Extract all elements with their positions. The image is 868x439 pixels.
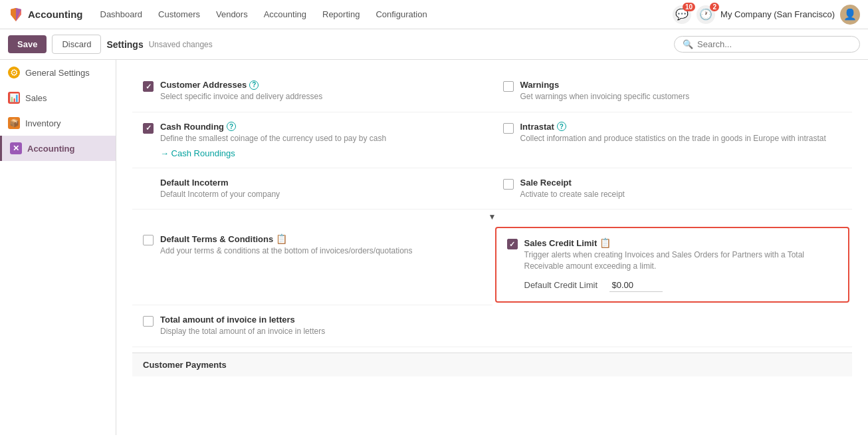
setting-title-warnings: Warnings bbox=[520, 80, 842, 90]
checkbox-default-terms[interactable] bbox=[143, 235, 154, 245]
sheet-icon-default-terms: 📋 bbox=[276, 233, 287, 244]
setting-title-intrastat: Intrastat ? bbox=[520, 122, 842, 132]
sidebar-label-sales: Sales bbox=[25, 93, 47, 103]
sidebar-label-inventory: Inventory bbox=[25, 118, 60, 128]
messages-count: 10 bbox=[683, 3, 695, 11]
setting-desc-default-terms: Add your terms & conditions at the botto… bbox=[160, 245, 482, 257]
top-nav: Accounting Dashboard Customers Vendors A… bbox=[0, 0, 868, 29]
setting-title-sale-receipt: Sale Receipt bbox=[520, 178, 842, 188]
messages-button[interactable]: 💬 10 bbox=[673, 5, 691, 24]
nav-icons: 💬 10 🕐 2 My Company (San Francisco) 👤 bbox=[673, 5, 860, 25]
sidebar-label-general: General Settings bbox=[25, 68, 90, 78]
search-box[interactable]: 🔍 bbox=[674, 36, 860, 53]
setting-desc-incoterm: Default Incoterm of your company bbox=[160, 189, 482, 200]
save-button[interactable]: Save bbox=[8, 35, 47, 53]
sidebar: ⚙ General Settings 📊 Sales 📦 Inventory ✕… bbox=[0, 60, 116, 435]
checkbox-warnings[interactable] bbox=[503, 81, 514, 92]
user-avatar[interactable]: 👤 bbox=[840, 5, 860, 25]
sidebar-item-accounting[interactable]: ✕ Accounting bbox=[0, 136, 116, 161]
alerts-count: 2 bbox=[710, 3, 719, 11]
setting-title-customer-addresses: Customer Addresses ? bbox=[160, 80, 482, 90]
general-settings-icon: ⚙ bbox=[8, 67, 20, 78]
sidebar-item-inventory[interactable]: 📦 Inventory bbox=[0, 110, 116, 136]
setting-default-terms: Default Terms & Conditions 📋 Add your te… bbox=[132, 224, 492, 305]
setting-warnings: Warnings Get warnings when invoicing spe… bbox=[492, 71, 853, 112]
checkbox-total-amount-letters[interactable] bbox=[143, 316, 154, 327]
settings-grid-2: Default Terms & Conditions 📋 Add your te… bbox=[132, 224, 852, 347]
brand-logo-icon bbox=[8, 7, 24, 23]
credit-limit-value[interactable]: $0.00 bbox=[609, 279, 663, 292]
setting-intrastat: Intrastat ? Collect information and prod… bbox=[492, 112, 853, 168]
setting-desc-total-amount-letters: Display the total amount of an invoice i… bbox=[160, 326, 482, 337]
toolbar: Save Discard Settings Unsaved changes 🔍 bbox=[0, 29, 868, 60]
credit-limit-label: Default Credit Limit bbox=[524, 280, 604, 290]
cash-roundings-link[interactable]: → Cash Roundings bbox=[160, 148, 235, 158]
sidebar-item-sales[interactable]: 📊 Sales bbox=[0, 85, 116, 110]
setting-total-amount-letters: Total amount of invoice in letters Displ… bbox=[132, 305, 492, 347]
nav-vendors[interactable]: Vendors bbox=[209, 7, 255, 22]
brand[interactable]: Accounting bbox=[8, 7, 83, 23]
discard-button[interactable]: Discard bbox=[52, 35, 101, 54]
sidebar-item-general[interactable]: ⚙ General Settings bbox=[0, 60, 116, 85]
help-icon-cash-rounding[interactable]: ? bbox=[227, 122, 236, 131]
sales-icon: 📊 bbox=[8, 92, 20, 104]
settings-grid: Customer Addresses ? Select specific inv… bbox=[132, 71, 852, 210]
alerts-button[interactable]: 🕐 2 bbox=[697, 5, 715, 24]
sheet-icon-sales-credit-limit: 📋 bbox=[599, 237, 611, 248]
help-icon-intrastat[interactable]: ? bbox=[557, 122, 566, 131]
checkbox-customer-addresses[interactable] bbox=[143, 81, 154, 92]
setting-title-sales-credit-limit: Sales Credit Limit 📋 bbox=[524, 237, 838, 248]
setting-title-incoterm: Default Incoterm bbox=[160, 178, 482, 188]
setting-cash-rounding: Cash Rounding ? Define the smallest coin… bbox=[132, 112, 492, 168]
main-layout: ⚙ General Settings 📊 Sales 📦 Inventory ✕… bbox=[0, 60, 868, 435]
setting-title-total-amount-letters: Total amount of invoice in letters bbox=[160, 315, 482, 325]
setting-default-incoterm: Default Incoterm Default Incoterm of you… bbox=[132, 168, 492, 210]
content-area: Customer Addresses ? Select specific inv… bbox=[116, 60, 868, 435]
setting-placeholder bbox=[492, 305, 853, 347]
setting-title-cash-rounding: Cash Rounding ? bbox=[160, 122, 482, 132]
nav-dashboard[interactable]: Dashboard bbox=[94, 7, 150, 22]
nav-configuration[interactable]: Configuration bbox=[369, 7, 433, 22]
company-label[interactable]: My Company (San Francisco) bbox=[720, 9, 835, 19]
setting-desc-warnings: Get warnings when invoicing specific cus… bbox=[520, 91, 842, 102]
setting-title-default-terms: Default Terms & Conditions 📋 bbox=[160, 233, 482, 244]
checkbox-cash-rounding[interactable] bbox=[143, 123, 154, 134]
nav-reporting[interactable]: Reporting bbox=[316, 7, 366, 22]
setting-desc-sales-credit-limit: Trigger alerts when creating Invoices an… bbox=[524, 249, 838, 272]
collapse-arrow[interactable]: ▼ bbox=[132, 210, 852, 224]
settings-label: Settings bbox=[106, 39, 143, 50]
inventory-icon: 📦 bbox=[8, 117, 20, 129]
setting-sale-receipt: Sale Receipt Activate to create sale rec… bbox=[492, 168, 853, 210]
nav-accounting[interactable]: Accounting bbox=[257, 7, 313, 22]
search-icon: 🔍 bbox=[683, 39, 693, 49]
setting-customer-addresses: Customer Addresses ? Select specific inv… bbox=[132, 71, 492, 112]
setting-desc-cash-rounding: Define the smallest coinage of the curre… bbox=[160, 133, 482, 144]
customer-payments-section: Customer Payments bbox=[132, 353, 852, 376]
checkbox-sales-credit-limit[interactable] bbox=[507, 239, 518, 249]
credit-limit-row: Default Credit Limit $0.00 bbox=[524, 279, 838, 292]
sidebar-label-accounting: Accounting bbox=[27, 144, 75, 154]
brand-name: Accounting bbox=[28, 9, 83, 20]
checkbox-sale-receipt[interactable] bbox=[503, 179, 514, 190]
unsaved-changes-label: Unsaved changes bbox=[149, 40, 213, 49]
checkbox-intrastat[interactable] bbox=[503, 123, 514, 134]
accounting-icon: ✕ bbox=[10, 142, 22, 154]
setting-desc-sale-receipt: Activate to create sale receipt bbox=[520, 189, 842, 200]
setting-sales-credit-limit: Sales Credit Limit 📋 Trigger alerts when… bbox=[495, 227, 850, 303]
nav-customers[interactable]: Customers bbox=[152, 7, 207, 22]
search-input[interactable] bbox=[697, 39, 851, 49]
setting-desc-customer-addresses: Select specific invoice and delivery add… bbox=[160, 91, 482, 102]
setting-desc-intrastat: Collect information and produce statisti… bbox=[520, 133, 842, 144]
help-icon-customer-addresses[interactable]: ? bbox=[249, 80, 259, 90]
